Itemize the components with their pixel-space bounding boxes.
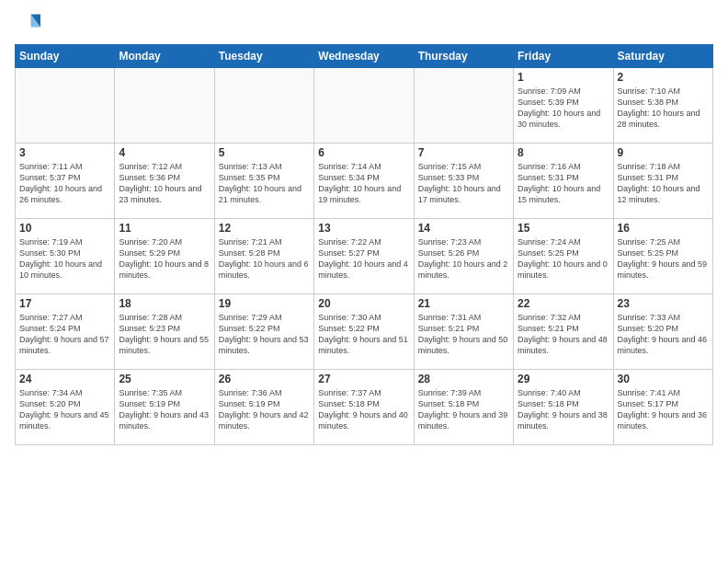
day-number: 20 (318, 297, 409, 310)
day-cell: 25Sunrise: 7:35 AM Sunset: 5:19 PM Dayli… (115, 370, 214, 445)
day-info: Sunrise: 7:22 AM Sunset: 5:27 PM Dayligh… (318, 236, 409, 282)
week-row-1: 1Sunrise: 7:09 AM Sunset: 5:39 PM Daylig… (16, 68, 713, 144)
day-number: 4 (119, 146, 210, 159)
day-cell: 12Sunrise: 7:21 AM Sunset: 5:28 PM Dayli… (214, 219, 313, 294)
day-info: Sunrise: 7:36 AM Sunset: 5:19 PM Dayligh… (219, 387, 310, 432)
weekday-header-thursday: Thursday (414, 45, 513, 68)
day-number: 26 (219, 373, 310, 385)
day-info: Sunrise: 7:14 AM Sunset: 5:34 PM Dayligh… (318, 161, 409, 206)
day-info: Sunrise: 7:28 AM Sunset: 5:23 PM Dayligh… (119, 312, 210, 357)
day-cell: 4Sunrise: 7:12 AM Sunset: 5:36 PM Daylig… (115, 144, 214, 219)
day-cell: 16Sunrise: 7:25 AM Sunset: 5:25 PM Dayli… (613, 219, 712, 294)
day-number: 14 (418, 222, 509, 235)
day-info: Sunrise: 7:09 AM Sunset: 5:39 PM Dayligh… (518, 86, 609, 131)
weekday-header-saturday: Saturday (613, 45, 712, 68)
day-info: Sunrise: 7:19 AM Sunset: 5:30 PM Dayligh… (19, 236, 110, 282)
day-cell: 28Sunrise: 7:39 AM Sunset: 5:18 PM Dayli… (414, 370, 513, 445)
weekday-header-tuesday: Tuesday (214, 45, 313, 68)
day-cell: 29Sunrise: 7:40 AM Sunset: 5:18 PM Dayli… (514, 370, 613, 445)
day-cell: 21Sunrise: 7:31 AM Sunset: 5:21 PM Dayli… (414, 294, 513, 370)
header (15, 11, 713, 37)
weekday-header-sunday: Sunday (16, 45, 115, 68)
page-container: SundayMondayTuesdayWednesdayThursdayFrid… (0, 0, 728, 453)
day-cell (16, 68, 115, 144)
day-info: Sunrise: 7:34 AM Sunset: 5:20 PM Dayligh… (19, 387, 110, 432)
day-cell: 9Sunrise: 7:18 AM Sunset: 5:31 PM Daylig… (613, 144, 712, 219)
weekday-header-wednesday: Wednesday (314, 45, 414, 68)
day-cell: 14Sunrise: 7:23 AM Sunset: 5:26 PM Dayli… (414, 219, 513, 294)
day-info: Sunrise: 7:32 AM Sunset: 5:21 PM Dayligh… (518, 312, 609, 357)
day-number: 24 (19, 373, 110, 385)
day-number: 13 (318, 222, 409, 235)
day-info: Sunrise: 7:24 AM Sunset: 5:25 PM Dayligh… (518, 236, 609, 282)
day-cell: 11Sunrise: 7:20 AM Sunset: 5:29 PM Dayli… (115, 219, 214, 294)
day-cell: 5Sunrise: 7:13 AM Sunset: 5:35 PM Daylig… (214, 144, 313, 219)
day-number: 30 (618, 373, 709, 385)
day-info: Sunrise: 7:15 AM Sunset: 5:33 PM Dayligh… (418, 161, 509, 206)
day-number: 8 (518, 146, 609, 159)
logo-icon (15, 11, 40, 37)
day-cell: 17Sunrise: 7:27 AM Sunset: 5:24 PM Dayli… (16, 294, 115, 370)
day-number: 25 (119, 373, 210, 385)
day-number: 22 (518, 297, 609, 310)
weekday-header-monday: Monday (115, 45, 214, 68)
day-info: Sunrise: 7:18 AM Sunset: 5:31 PM Dayligh… (618, 161, 709, 206)
day-cell (214, 68, 313, 144)
day-cell: 18Sunrise: 7:28 AM Sunset: 5:23 PM Dayli… (115, 294, 214, 370)
day-cell: 7Sunrise: 7:15 AM Sunset: 5:33 PM Daylig… (414, 144, 513, 219)
day-info: Sunrise: 7:16 AM Sunset: 5:31 PM Dayligh… (518, 161, 609, 206)
day-info: Sunrise: 7:21 AM Sunset: 5:28 PM Dayligh… (219, 236, 310, 282)
day-number: 10 (19, 222, 110, 235)
day-cell: 2Sunrise: 7:10 AM Sunset: 5:38 PM Daylig… (613, 68, 712, 144)
weekday-header-row: SundayMondayTuesdayWednesdayThursdayFrid… (16, 45, 713, 68)
day-info: Sunrise: 7:11 AM Sunset: 5:37 PM Dayligh… (19, 161, 110, 206)
day-number: 29 (518, 373, 609, 385)
day-info: Sunrise: 7:13 AM Sunset: 5:35 PM Dayligh… (219, 161, 310, 206)
day-info: Sunrise: 7:12 AM Sunset: 5:36 PM Dayligh… (119, 161, 210, 206)
day-cell: 20Sunrise: 7:30 AM Sunset: 5:22 PM Dayli… (314, 294, 414, 370)
day-info: Sunrise: 7:30 AM Sunset: 5:22 PM Dayligh… (318, 312, 409, 357)
day-info: Sunrise: 7:33 AM Sunset: 5:20 PM Dayligh… (618, 312, 709, 357)
day-cell: 3Sunrise: 7:11 AM Sunset: 5:37 PM Daylig… (16, 144, 115, 219)
day-number: 11 (119, 222, 210, 235)
day-cell: 24Sunrise: 7:34 AM Sunset: 5:20 PM Dayli… (16, 370, 115, 445)
day-number: 15 (518, 222, 609, 235)
day-number: 2 (618, 71, 709, 84)
day-number: 16 (618, 222, 709, 235)
day-cell: 19Sunrise: 7:29 AM Sunset: 5:22 PM Dayli… (214, 294, 313, 370)
day-cell: 22Sunrise: 7:32 AM Sunset: 5:21 PM Dayli… (514, 294, 613, 370)
day-number: 12 (219, 222, 310, 235)
week-row-5: 24Sunrise: 7:34 AM Sunset: 5:20 PM Dayli… (16, 370, 713, 445)
day-cell (115, 68, 214, 144)
day-cell: 13Sunrise: 7:22 AM Sunset: 5:27 PM Dayli… (314, 219, 414, 294)
week-row-4: 17Sunrise: 7:27 AM Sunset: 5:24 PM Dayli… (16, 294, 713, 370)
day-number: 6 (318, 146, 409, 159)
day-cell: 15Sunrise: 7:24 AM Sunset: 5:25 PM Dayli… (514, 219, 613, 294)
day-number: 9 (618, 146, 709, 159)
day-info: Sunrise: 7:20 AM Sunset: 5:29 PM Dayligh… (119, 236, 210, 282)
day-info: Sunrise: 7:23 AM Sunset: 5:26 PM Dayligh… (418, 236, 509, 282)
day-info: Sunrise: 7:29 AM Sunset: 5:22 PM Dayligh… (219, 312, 310, 357)
day-number: 19 (219, 297, 310, 310)
day-info: Sunrise: 7:37 AM Sunset: 5:18 PM Dayligh… (318, 387, 409, 432)
week-row-3: 10Sunrise: 7:19 AM Sunset: 5:30 PM Dayli… (16, 219, 713, 294)
day-cell: 10Sunrise: 7:19 AM Sunset: 5:30 PM Dayli… (16, 219, 115, 294)
day-info: Sunrise: 7:31 AM Sunset: 5:21 PM Dayligh… (418, 312, 509, 357)
day-cell: 27Sunrise: 7:37 AM Sunset: 5:18 PM Dayli… (314, 370, 414, 445)
day-number: 21 (418, 297, 509, 310)
day-cell: 8Sunrise: 7:16 AM Sunset: 5:31 PM Daylig… (514, 144, 613, 219)
weekday-header-friday: Friday (514, 45, 613, 68)
day-info: Sunrise: 7:25 AM Sunset: 5:25 PM Dayligh… (618, 236, 709, 282)
day-cell: 1Sunrise: 7:09 AM Sunset: 5:39 PM Daylig… (514, 68, 613, 144)
day-info: Sunrise: 7:10 AM Sunset: 5:38 PM Dayligh… (618, 86, 709, 131)
day-cell: 30Sunrise: 7:41 AM Sunset: 5:17 PM Dayli… (613, 370, 712, 445)
day-number: 28 (418, 373, 509, 385)
day-number: 5 (219, 146, 310, 159)
day-number: 7 (418, 146, 509, 159)
calendar-table: SundayMondayTuesdayWednesdayThursdayFrid… (15, 44, 713, 445)
day-number: 18 (119, 297, 210, 310)
day-number: 27 (318, 373, 409, 385)
day-info: Sunrise: 7:39 AM Sunset: 5:18 PM Dayligh… (418, 387, 509, 432)
day-cell: 26Sunrise: 7:36 AM Sunset: 5:19 PM Dayli… (214, 370, 313, 445)
day-cell: 23Sunrise: 7:33 AM Sunset: 5:20 PM Dayli… (613, 294, 712, 370)
